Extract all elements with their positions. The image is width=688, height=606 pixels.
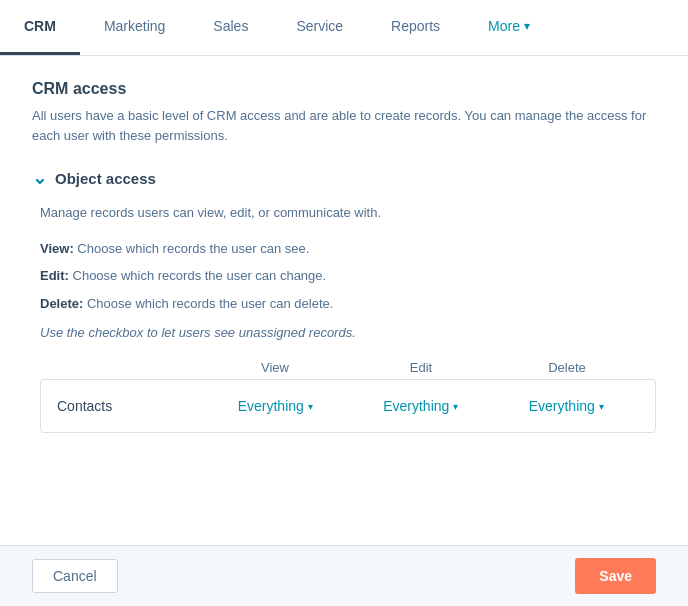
tab-sales[interactable]: Sales — [189, 0, 272, 55]
delete-dropdown-arrow-icon: ▾ — [599, 401, 604, 412]
main-content: CRM access All users have a basic level … — [0, 56, 688, 545]
edit-everything-label: Everything — [383, 398, 449, 414]
view-desc: Choose which records the user can see. — [77, 241, 309, 256]
crm-access-description: All users have a basic level of CRM acce… — [32, 106, 656, 145]
object-access-title: Object access — [55, 170, 156, 187]
save-button[interactable]: Save — [575, 558, 656, 594]
view-everything-dropdown[interactable]: Everything ▾ — [230, 394, 321, 418]
edit-dropdown-cell: Everything ▾ — [348, 394, 494, 418]
table-row: Contacts Everything ▾ Everything ▾ — [40, 379, 656, 433]
delete-label: Delete: — [40, 296, 83, 311]
col-header-name — [56, 360, 202, 375]
cancel-button[interactable]: Cancel — [32, 559, 118, 593]
delete-everything-label: Everything — [529, 398, 595, 414]
chevron-down-icon: ▾ — [524, 19, 530, 33]
delete-dropdown-cell: Everything ▾ — [494, 394, 640, 418]
crm-access-title: CRM access — [32, 80, 656, 98]
view-dropdown-arrow-icon: ▾ — [308, 401, 313, 412]
view-dropdown-cell: Everything ▾ — [203, 394, 349, 418]
edit-permission-line: Edit: Choose which records the user can … — [40, 266, 656, 286]
tab-service[interactable]: Service — [272, 0, 367, 55]
chevron-collapse-icon: ⌄ — [32, 169, 47, 187]
unassigned-note: Use the checkbox to let users see unassi… — [40, 325, 656, 340]
view-everything-label: Everything — [238, 398, 304, 414]
view-permission-line: View: Choose which records the user can … — [40, 239, 656, 259]
contacts-label: Contacts — [57, 398, 203, 414]
tab-marketing[interactable]: Marketing — [80, 0, 189, 55]
edit-label: Edit: — [40, 268, 69, 283]
footer-bar: Cancel Save — [0, 545, 688, 606]
object-access-description: Manage records users can view, edit, or … — [40, 203, 656, 223]
col-header-view: View — [202, 360, 348, 375]
table-column-headers: View Edit Delete — [40, 360, 656, 375]
object-access-body: Manage records users can view, edit, or … — [32, 203, 656, 433]
delete-everything-dropdown[interactable]: Everything ▾ — [521, 394, 612, 418]
col-header-edit: Edit — [348, 360, 494, 375]
col-header-delete: Delete — [494, 360, 640, 375]
tab-bar: CRM Marketing Sales Service Reports More… — [0, 0, 688, 56]
delete-permission-line: Delete: Choose which records the user ca… — [40, 294, 656, 314]
delete-desc: Choose which records the user can delete… — [87, 296, 333, 311]
object-access-toggle[interactable]: ⌄ Object access — [32, 169, 656, 187]
edit-dropdown-arrow-icon: ▾ — [453, 401, 458, 412]
object-access-section: ⌄ Object access Manage records users can… — [32, 169, 656, 433]
tab-crm[interactable]: CRM — [0, 0, 80, 55]
edit-everything-dropdown[interactable]: Everything ▾ — [375, 394, 466, 418]
edit-desc: Choose which records the user can change… — [73, 268, 327, 283]
crm-access-section: CRM access All users have a basic level … — [32, 80, 656, 145]
view-label: View: — [40, 241, 74, 256]
tab-more[interactable]: More ▾ — [464, 0, 554, 55]
permissions-table-wrapper: View Edit Delete Contacts Everything ▾ — [40, 360, 656, 433]
tab-reports[interactable]: Reports — [367, 0, 464, 55]
